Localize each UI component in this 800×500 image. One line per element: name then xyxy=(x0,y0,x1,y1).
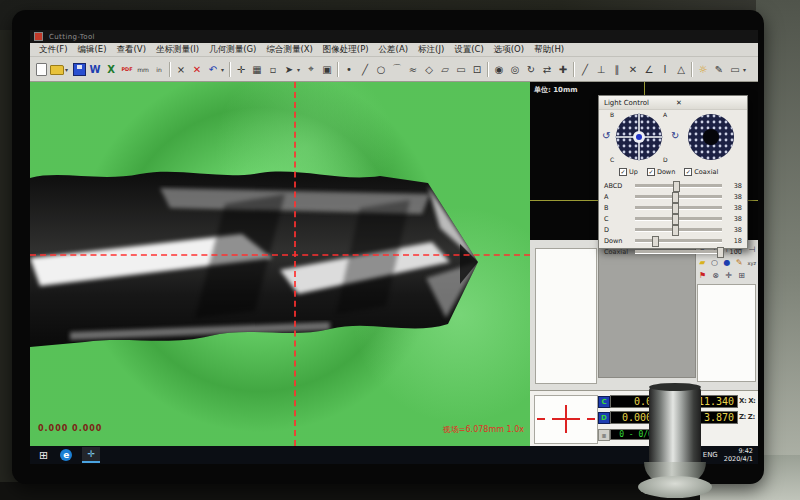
menu-view[interactable]: 查看(V) xyxy=(112,44,151,56)
slider-thumb[interactable] xyxy=(672,225,679,236)
undo-dropdown-caret[interactable]: ▾ xyxy=(221,66,227,73)
new-file-icon[interactable] xyxy=(33,61,49,78)
offset-tool-icon[interactable]: ✚ xyxy=(555,61,571,78)
quadrant-ring-light[interactable] xyxy=(615,113,663,161)
snap-grid-icon[interactable]: ▫ xyxy=(265,61,281,78)
undo-icon[interactable]: ↶ xyxy=(205,61,221,78)
triangle-icon[interactable]: △ xyxy=(673,61,689,78)
circle-tool-icon[interactable]: ○ xyxy=(373,61,389,78)
export-excel-icon[interactable]: X xyxy=(103,61,119,78)
toolbar-separator xyxy=(573,62,575,77)
perpendicular-icon[interactable]: ⊥ xyxy=(593,61,609,78)
slider-track[interactable] xyxy=(635,206,722,210)
cs-align-right-icon[interactable]: ⊣ xyxy=(747,244,757,255)
slider-track[interactable] xyxy=(635,228,722,232)
grid-icon[interactable]: ▦ xyxy=(249,61,265,78)
slider-track[interactable] xyxy=(635,250,722,254)
checkbox-up[interactable]: ✓Up xyxy=(619,168,638,176)
language-indicator[interactable]: ENG xyxy=(703,451,718,459)
active-app-icon[interactable]: ✛ xyxy=(82,447,100,463)
arc-tool-icon[interactable]: ⌒ xyxy=(389,61,405,78)
mirror-tool-icon[interactable]: ⇄ xyxy=(539,61,555,78)
light-sliders: ABCD38 A38 B38 C38 D38 Down18 Coaxial100 xyxy=(599,178,747,257)
unit-inch-icon[interactable]: in xyxy=(151,61,167,78)
globe-icon[interactable]: ● xyxy=(722,257,732,268)
grid-small-icon[interactable]: ⊞ xyxy=(736,270,747,281)
slider-track[interactable] xyxy=(635,217,722,221)
line-tool-icon[interactable]: ╱ xyxy=(357,61,373,78)
feature-list[interactable] xyxy=(535,248,597,384)
menu-tolerance[interactable]: 公差(A) xyxy=(374,44,413,56)
rotate-right-icon[interactable]: ↻ xyxy=(671,130,679,141)
clock[interactable]: 9:42 2020/4/1 xyxy=(724,447,753,463)
nav-unit-label: 单位: 10mm xyxy=(534,85,578,95)
export-word-icon[interactable]: W xyxy=(87,61,103,78)
slider-track[interactable] xyxy=(635,184,722,188)
rotate-left-icon[interactable]: ↺ xyxy=(602,130,610,141)
edge-browser-icon[interactable]: e xyxy=(60,449,72,461)
menu-coord-measure[interactable]: 坐标测量(I) xyxy=(151,44,204,56)
slider-thumb[interactable] xyxy=(717,247,724,258)
menu-edit[interactable]: 编辑(E) xyxy=(73,44,112,56)
view-switch-icon[interactable]: ▭ xyxy=(727,61,743,78)
slot-tool-icon[interactable]: ▱ xyxy=(437,61,453,78)
point-cloud-icon[interactable]: ○ xyxy=(709,257,719,268)
parallel-icon[interactable]: ∥ xyxy=(609,61,625,78)
probe-icon[interactable]: ⌖ xyxy=(303,61,319,78)
dialog-title-bar[interactable]: Light Control ✕ xyxy=(599,96,747,110)
rotate-tool-icon[interactable]: ↻ xyxy=(523,61,539,78)
menu-annotation[interactable]: 标注(J) xyxy=(413,44,449,56)
roi-tool-icon[interactable]: ⊡ xyxy=(469,61,485,78)
menu-combined-measure[interactable]: 综合测量(X) xyxy=(261,44,317,56)
intersection-icon[interactable]: ✕ xyxy=(625,61,641,78)
flag-icon[interactable]: ⚑ xyxy=(697,270,708,281)
angle-icon[interactable]: ∠ xyxy=(641,61,657,78)
distance-icon[interactable]: I xyxy=(657,61,673,78)
result-list[interactable] xyxy=(697,284,756,382)
menu-options[interactable]: 选项(O) xyxy=(489,44,529,56)
slider-thumb[interactable] xyxy=(672,214,679,225)
unit-mm-icon[interactable]: mm xyxy=(135,61,151,78)
delete-all-icon[interactable]: ⊗ xyxy=(710,270,721,281)
intersect-tool-icon[interactable]: ◉ xyxy=(491,61,507,78)
slider-thumb[interactable] xyxy=(672,203,679,214)
open-folder-icon[interactable] xyxy=(49,61,65,78)
thumbnail-view[interactable] xyxy=(598,248,696,378)
close-icon[interactable]: ✕ xyxy=(676,99,743,107)
curve-tool-icon[interactable]: ≈ xyxy=(405,61,421,78)
measure-line-icon[interactable]: ╱ xyxy=(577,61,593,78)
checkbox-down[interactable]: ✓Down xyxy=(647,168,675,176)
pen-icon[interactable]: ✎ xyxy=(711,61,727,78)
rect-tool-icon[interactable]: ▭ xyxy=(453,61,469,78)
lamp-icon[interactable]: ☼ xyxy=(695,61,711,78)
capture-icon[interactable]: ▣ xyxy=(319,61,335,78)
slider-thumb[interactable] xyxy=(673,181,680,192)
menu-image-process[interactable]: 图像处理(P) xyxy=(318,44,374,56)
slider-thumb[interactable] xyxy=(652,236,659,247)
polygon-tool-icon[interactable]: ◇ xyxy=(421,61,437,78)
pick-point-icon[interactable]: ⨯ xyxy=(173,61,189,78)
export-pdf-icon[interactable]: PDF xyxy=(119,61,135,78)
layer-icon[interactable]: ▰ xyxy=(697,257,707,268)
menu-file[interactable]: 文件(F) xyxy=(34,44,73,56)
save-icon[interactable] xyxy=(71,61,87,78)
edit-icon[interactable]: ✎ xyxy=(734,257,744,268)
start-button[interactable]: ⊞ xyxy=(39,449,48,462)
crosshair-toggle-icon[interactable]: ✛ xyxy=(233,61,249,78)
menu-settings[interactable]: 设置(C) xyxy=(449,44,489,56)
merge-icon[interactable]: ✛ xyxy=(723,270,734,281)
slider-track[interactable] xyxy=(635,239,722,243)
concentric-tool-icon[interactable]: ◎ xyxy=(507,61,523,78)
select-arrow-icon[interactable]: ➤ xyxy=(281,61,297,78)
coaxial-ring-light[interactable] xyxy=(687,113,735,161)
menu-geometry-measure[interactable]: 几何测量(G) xyxy=(204,44,261,56)
point-tool-icon[interactable]: • xyxy=(341,61,357,78)
menu-help[interactable]: 帮助(H) xyxy=(529,44,569,56)
xyz-icon[interactable]: xyz xyxy=(747,257,757,268)
slider-track[interactable] xyxy=(635,195,722,199)
slider-thumb[interactable] xyxy=(672,192,679,203)
camera-viewport[interactable]: 0.000 0.000 视场=6.078mm 1.0x xyxy=(30,82,530,446)
delete-icon[interactable]: ✕ xyxy=(189,61,205,78)
checkbox-coaxial[interactable]: ✓Coaxial xyxy=(684,168,718,176)
view-dropdown-caret[interactable]: ▾ xyxy=(743,66,749,73)
